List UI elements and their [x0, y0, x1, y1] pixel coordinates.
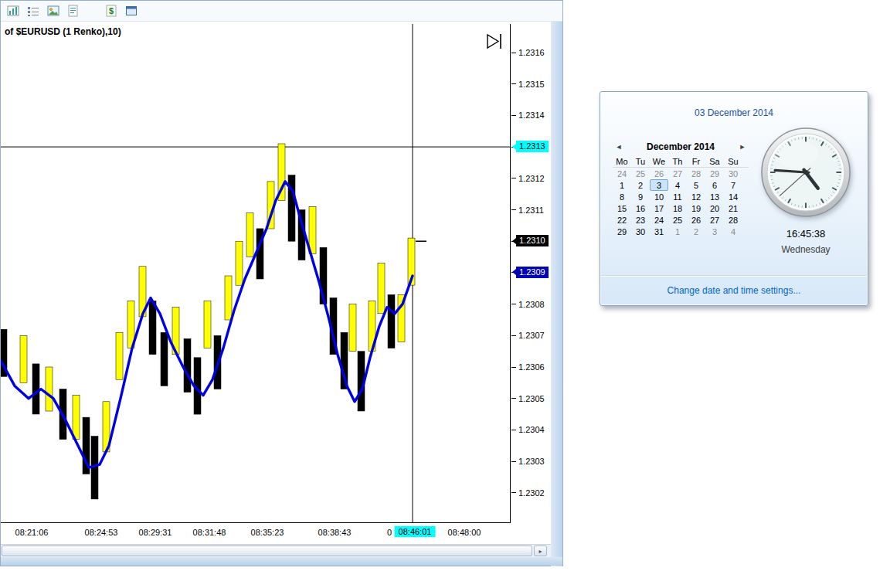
calendar-day[interactable]: 5: [687, 179, 705, 191]
calendar-day[interactable]: 30: [631, 226, 650, 237]
calendar-day[interactable]: 25: [631, 168, 650, 179]
calendar-day[interactable]: 21: [724, 202, 742, 214]
clock-glass-highlight: [773, 140, 818, 168]
calendar-day[interactable]: 24: [650, 214, 668, 226]
price-axis-label: 1.2311: [511, 206, 544, 215]
price-tag-bid: 1.2309: [516, 267, 549, 278]
calendar-day[interactable]: 16: [631, 202, 650, 214]
calendar-nav: ◄ December 2014 ►: [613, 140, 749, 154]
price-axis-label: 1.2302: [511, 488, 545, 498]
calendar-day[interactable]: 29: [705, 168, 724, 179]
time-axis: 08:46:01 08:21:0608:24:5308:29:3108:31:4…: [1, 525, 551, 539]
chart-toolbar: $: [1, 1, 562, 22]
price-axis-label: 1.2315: [511, 80, 545, 89]
price-axis-label: 1.2304: [511, 425, 545, 434]
calendar-day[interactable]: 4: [668, 179, 687, 191]
calendar-day[interactable]: 8: [613, 191, 631, 202]
calendar-day[interactable]: 23: [631, 214, 650, 226]
window-right-border: [551, 22, 562, 566]
calendar-day[interactable]: 3: [650, 179, 668, 191]
calendar-day[interactable]: 25: [668, 214, 687, 226]
calendar-day[interactable]: 24: [613, 168, 631, 179]
time-axis-label: 08:21:06: [15, 528, 49, 537]
calendar-day-header: Tu: [631, 157, 650, 166]
price-axis: 1.23161.23151.23141.23131.23121.23111.23…: [511, 24, 552, 523]
date-settings-link[interactable]: Change date and time settings...: [668, 285, 801, 296]
calendar-day[interactable]: 11: [668, 191, 687, 202]
analog-clock: [759, 126, 852, 219]
scrollbar-thumb[interactable]: [2, 546, 532, 556]
calendar-week-row: 891011121314: [613, 191, 749, 202]
weekday-label: Wednesday: [752, 244, 860, 255]
calendar-day[interactable]: 2: [631, 179, 650, 191]
calendar-day[interactable]: 26: [650, 168, 668, 179]
calendar-week-row: 1234567: [613, 179, 749, 191]
calendar-day-header: Su: [724, 157, 742, 166]
calendar-day[interactable]: 22: [613, 214, 631, 226]
popup-footer: Change date and time settings...: [601, 275, 867, 304]
calendar-day[interactable]: 18: [668, 202, 687, 214]
calendar-day-header: Sa: [705, 157, 724, 166]
calendar-day[interactable]: 27: [705, 214, 724, 226]
calendar-day[interactable]: 29: [613, 226, 631, 237]
calendar-day[interactable]: 9: [631, 191, 650, 202]
time-axis-label: 08:29:31: [139, 528, 172, 537]
calendar-day[interactable]: 1: [613, 179, 631, 191]
calendar-day[interactable]: 15: [613, 202, 631, 214]
clock-center-cap: [803, 170, 808, 175]
calendar-grid: 2425262728293012345678910111213141516171…: [613, 168, 749, 237]
calendar-day[interactable]: 14: [724, 191, 742, 202]
chart-icon[interactable]: [6, 5, 19, 18]
calendar-day-headers: MoTuWeThFrSaSu: [613, 157, 749, 168]
calendar-next-icon[interactable]: ►: [736, 143, 749, 151]
calendar-day[interactable]: 19: [687, 202, 705, 214]
chart-title: of $EURUSD (1 Renko),10): [5, 26, 124, 37]
calendar-day[interactable]: 6: [705, 179, 724, 191]
window-icon[interactable]: [124, 5, 138, 18]
calendar-week-row: 2930311234: [613, 226, 749, 237]
price-axis-label: 1.2306: [511, 362, 545, 372]
calendar-week-row: 24252627282930: [613, 168, 749, 179]
calendar-day[interactable]: 7: [724, 179, 742, 191]
template-icon[interactable]: [66, 5, 80, 18]
calendar-day[interactable]: 3: [705, 226, 724, 237]
svg-text:$: $: [108, 6, 113, 15]
price-axis-label: 1.2316: [511, 48, 545, 57]
calendar-day-header: We: [650, 157, 668, 166]
calendar-day[interactable]: 1: [668, 226, 687, 237]
price-axis-label: 1.2303: [511, 457, 545, 466]
calendar-day-header: Mo: [613, 157, 631, 166]
calendar-day[interactable]: 13: [705, 191, 724, 202]
price-axis-label: 1.2308: [511, 300, 545, 309]
clock-calendar-popup: 03 December 2014 ◄ December 2014 ► MoTuW…: [600, 91, 868, 306]
price-tag-crosshair: 1.2313: [516, 141, 549, 152]
calendar-day[interactable]: 28: [687, 168, 705, 179]
list-icon[interactable]: [26, 5, 39, 18]
clock-popup-date: 03 December 2014: [600, 107, 868, 118]
calendar-day[interactable]: 30: [724, 168, 742, 179]
calendar-day[interactable]: 28: [724, 214, 742, 226]
horizontal-scrollbar[interactable]: ▸: [1, 544, 551, 557]
calendar-day[interactable]: 12: [687, 191, 705, 202]
calendar-day[interactable]: 31: [650, 226, 668, 237]
calendar-prev-icon[interactable]: ◄: [613, 143, 625, 151]
price-axis-label: 1.2305: [511, 394, 545, 403]
digital-time: 16:45:38: [752, 228, 860, 240]
calendar-day[interactable]: 4: [724, 226, 742, 237]
calendar-day[interactable]: 2: [687, 226, 705, 237]
time-axis-label: 0: [387, 528, 392, 537]
chart-plot[interactable]: [1, 24, 511, 523]
calendar-day[interactable]: 26: [687, 214, 705, 226]
time-axis-label: 08:24:53: [85, 528, 118, 537]
scrollbar-right-button[interactable]: ▸: [534, 546, 547, 556]
time-axis-label: 08:35:23: [251, 528, 284, 537]
calendar-day[interactable]: 27: [668, 168, 687, 179]
calendar-day[interactable]: 20: [705, 202, 724, 214]
calendar-month-label[interactable]: December 2014: [625, 141, 736, 152]
image-icon[interactable]: [46, 5, 59, 18]
dollar-icon[interactable]: $: [104, 5, 117, 18]
window-bottom-border: [1, 557, 562, 566]
calendar-day[interactable]: 10: [650, 191, 668, 202]
calendar-day[interactable]: 17: [650, 202, 668, 214]
price-axis-label: 1.2307: [511, 331, 545, 340]
